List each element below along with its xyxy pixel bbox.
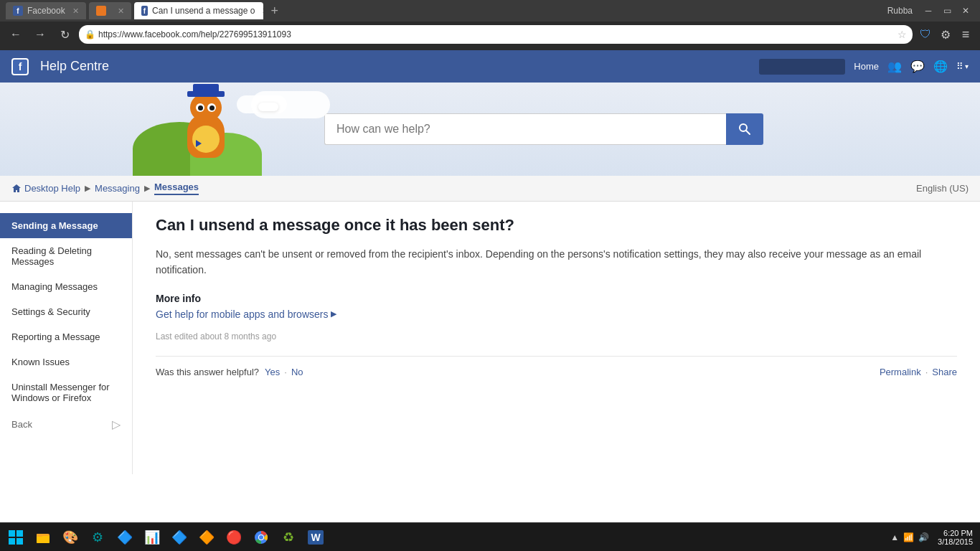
home-icon bbox=[11, 184, 22, 193]
permalink-link[interactable]: Permalink bbox=[880, 367, 921, 377]
tray-clock[interactable]: 6:20 PM 3/18/2015 bbox=[938, 529, 973, 546]
taskbar-word[interactable]: W bbox=[303, 524, 329, 550]
app8-icon: 🔴 bbox=[226, 529, 242, 545]
taskbar-file-explorer[interactable] bbox=[30, 524, 56, 550]
hero-search-button[interactable] bbox=[726, 113, 763, 145]
browser-nav-bar: ← → ↻ 🔒 ☆ 🛡 ⚙ ≡ bbox=[0, 22, 980, 47]
hero-search-input[interactable] bbox=[324, 113, 726, 145]
sidebar-back-button[interactable]: Back ▷ bbox=[0, 410, 132, 438]
home-nav-link[interactable]: Home bbox=[854, 61, 879, 72]
taskbar-app10[interactable]: ♻ bbox=[275, 524, 301, 550]
svg-rect-3 bbox=[17, 530, 23, 537]
facebook-header: f Help Centre Home 👥 💬 🌐 ⠿ ▾ bbox=[0, 50, 980, 83]
refresh-button[interactable]: ↻ bbox=[55, 24, 75, 44]
sidebar-item-uninstall[interactable]: Uninstall Messenger for Windows or Firef… bbox=[0, 375, 132, 410]
active-favicon: f bbox=[141, 6, 148, 16]
address-bar-container: 🔒 ☆ bbox=[79, 25, 913, 44]
tab-blank-close[interactable]: ✕ bbox=[118, 6, 124, 16]
last-edited-text: Last edited about 8 months ago bbox=[156, 331, 957, 342]
sidebar-item-reading[interactable]: Reading & Deleting Messages bbox=[0, 238, 132, 274]
header-search-input[interactable] bbox=[759, 59, 845, 75]
menu-icon[interactable]: ≡ bbox=[957, 26, 974, 43]
sidebar-item-sending[interactable]: Sending a Message bbox=[0, 213, 132, 238]
user-name-label: Rubba bbox=[887, 6, 913, 16]
share-link[interactable]: Share bbox=[932, 367, 957, 377]
breadcrumb-home[interactable]: Desktop Help bbox=[11, 183, 80, 194]
close-button[interactable]: ✕ bbox=[957, 2, 974, 19]
svg-line-1 bbox=[746, 131, 750, 134]
permalink-separator: · bbox=[925, 367, 928, 377]
sidebar: Sending a Message Reading & Deleting Mes… bbox=[0, 202, 133, 474]
bookmark-star-icon[interactable]: ☆ bbox=[897, 29, 907, 40]
speech-bubble bbox=[258, 103, 278, 111]
taskbar-app7[interactable]: 🔶 bbox=[194, 524, 220, 550]
helpful-separator: · bbox=[284, 367, 287, 377]
owl-belly bbox=[192, 126, 220, 153]
hero-search-container bbox=[324, 113, 763, 145]
tray-time: 6:20 PM bbox=[943, 529, 973, 537]
article-content: Can I unsend a message once it has been … bbox=[133, 202, 980, 474]
tab-active-close[interactable]: ✕ bbox=[262, 6, 263, 16]
browser-title-bar: f Facebook ✕ ✕ f Can I unsend a message … bbox=[0, 0, 980, 22]
tab-facebook[interactable]: f Facebook ✕ bbox=[6, 2, 86, 19]
blank-favicon bbox=[96, 6, 106, 16]
sidebar-item-managing[interactable]: Managing Messages bbox=[0, 274, 132, 299]
svg-point-11 bbox=[259, 535, 263, 540]
breadcrumb-sep-1: ▶ bbox=[85, 184, 90, 193]
friends-nav-icon[interactable]: 👥 bbox=[887, 60, 902, 73]
minimize-button[interactable]: ─ bbox=[920, 2, 937, 19]
tray-network-icon[interactable]: 📶 bbox=[903, 532, 914, 542]
tab-facebook-label: Facebook bbox=[27, 6, 65, 16]
vs-icon: 🔷 bbox=[171, 529, 187, 545]
taskbar-app6[interactable]: 🔷 bbox=[166, 524, 192, 550]
unity-icon: 🔷 bbox=[117, 529, 133, 545]
tab-active-label: Can I unsend a message o bbox=[152, 6, 255, 16]
taskbar-app8[interactable]: 🔴 bbox=[221, 524, 247, 550]
owl-left-pupil bbox=[198, 105, 203, 110]
breadcrumb-sep-2: ▶ bbox=[144, 184, 150, 193]
svg-rect-2 bbox=[9, 530, 15, 537]
taskbar-app3[interactable]: ⚙ bbox=[85, 524, 110, 550]
more-info-label: More info bbox=[156, 293, 957, 304]
tab-facebook-close[interactable]: ✕ bbox=[72, 6, 79, 16]
new-tab-button[interactable]: + bbox=[266, 2, 283, 19]
address-bar[interactable] bbox=[98, 29, 895, 39]
owl-right-eye bbox=[207, 103, 216, 112]
forward-button[interactable]: → bbox=[30, 24, 50, 44]
taskbar-app5[interactable]: 📊 bbox=[139, 524, 165, 550]
facebook-favicon: f bbox=[13, 6, 23, 16]
tray-date: 3/18/2015 bbox=[938, 537, 973, 546]
owl-head bbox=[190, 93, 222, 122]
extensions-icon[interactable]: ⚙ bbox=[937, 26, 954, 43]
breadcrumb-home-label: Desktop Help bbox=[24, 183, 80, 194]
owl-left-eye bbox=[196, 103, 204, 112]
helpful-no-button[interactable]: No bbox=[291, 367, 303, 377]
maximize-button[interactable]: ▭ bbox=[938, 2, 956, 19]
back-button[interactable]: ← bbox=[6, 24, 26, 44]
tab-blank[interactable]: ✕ bbox=[89, 2, 131, 19]
taskbar-paint[interactable]: 🎨 bbox=[57, 524, 83, 550]
helpful-yes-button[interactable]: Yes bbox=[265, 367, 280, 377]
sidebar-back-arrow-icon: ▷ bbox=[112, 418, 121, 431]
start-button[interactable] bbox=[3, 524, 29, 550]
main-content: Sending a Message Reading & Deleting Mes… bbox=[0, 202, 980, 474]
taskbar-app4[interactable]: 🔷 bbox=[112, 524, 138, 550]
messages-nav-icon[interactable]: 💬 bbox=[910, 60, 925, 73]
sidebar-item-known[interactable]: Known Issues bbox=[0, 349, 132, 375]
owl-right-pupil bbox=[209, 105, 215, 110]
breadcrumb-messaging[interactable]: Messaging bbox=[95, 183, 140, 194]
more-info-link[interactable]: Get help for mobile apps and browsers ▶ bbox=[156, 309, 957, 320]
tray-chevron-icon[interactable]: ▲ bbox=[890, 532, 899, 542]
app7-icon: 🔶 bbox=[199, 529, 215, 545]
windows-taskbar: 🎨 ⚙ 🔷 📊 🔷 🔶 🔴 ♻ W ▲ 📶 🔊 bbox=[0, 522, 980, 551]
window-controls: Rubba ─ ▭ ✕ bbox=[887, 2, 974, 19]
permalink-share-area: Permalink · Share bbox=[880, 367, 957, 377]
globe-nav-icon[interactable]: 🌐 bbox=[933, 60, 948, 73]
breadcrumb: Desktop Help ▶ Messaging ▶ Messages bbox=[11, 182, 199, 195]
tab-active[interactable]: f Can I unsend a message o ✕ bbox=[134, 2, 263, 19]
taskbar-chrome[interactable] bbox=[248, 524, 274, 550]
sidebar-item-settings[interactable]: Settings & Security bbox=[0, 299, 132, 324]
tray-volume-icon[interactable]: 🔊 bbox=[918, 532, 929, 542]
sidebar-item-reporting[interactable]: Reporting a Message bbox=[0, 324, 132, 349]
more-nav-dropdown[interactable]: ⠿ ▾ bbox=[956, 61, 969, 72]
